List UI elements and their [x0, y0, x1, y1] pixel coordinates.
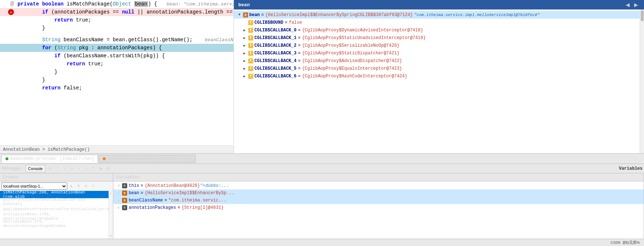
- frames-up-button[interactable]: ▲: [68, 183, 75, 189]
- toolbar-icon-stepinto[interactable]: ↳: [83, 165, 90, 172]
- toolbar-icon-stepover[interactable]: ↷: [76, 165, 83, 172]
- toolbar-left: Debugger Console: [1, 165, 45, 172]
- toolbar-icon-settings[interactable]: ⚙: [105, 165, 112, 172]
- var-annotationpackages[interactable]: ▶ c annotationPackages = {String[1]@4831…: [113, 204, 644, 211]
- frame-item-3[interactable]: initializeBean:1706, AbstractAutowireCap…: [0, 213, 109, 220]
- frame-item-2[interactable]: applyBeanPostProcessorsAfterInitializati…: [0, 205, 109, 213]
- variables-panel-title: Variables: [116, 175, 140, 180]
- var-tree: ▼ p bean = {HelloServiceImpl$$EnhancerBy…: [234, 9, 640, 153]
- code-content-1: private boolean isMatchPackage(Object be…: [16, 1, 234, 7]
- frames-down-button[interactable]: ▼: [75, 183, 82, 189]
- tree-val-cglibbound: false: [289, 20, 302, 25]
- frames-scroll-down[interactable]: ▼: [110, 234, 112, 238]
- tree-val-callback4: {CglibAopProxy$AdvisedDispatcher@7422}: [302, 58, 402, 64]
- tree-item-callback-2[interactable]: ▶ f CGLIB$CALLBACK_2 = {CglibAopProxy$Se…: [234, 42, 640, 49]
- tree-val-callback6: {CglibAopProxy$HashCodeInterceptor@7424}: [302, 74, 407, 79]
- var-expand-this[interactable]: ▼: [116, 183, 121, 188]
- code-content-11: return false;: [16, 85, 234, 91]
- at-icon: @: [10, 1, 14, 7]
- status-bar: CSDN @知见辉N: [0, 239, 644, 246]
- right-scrollbar[interactable]: [640, 9, 644, 153]
- tree-item-callback-5[interactable]: ▶ f CGLIB$CALLBACK_5 = {CglibAopProxy$Eq…: [234, 65, 640, 72]
- var-header-title: bean: [238, 2, 250, 8]
- tree-name-callback3: CGLIB$CALLBACK_3: [254, 51, 296, 56]
- tab-label-provider: dubbodemo-provider [tomcat7:run]: [10, 156, 94, 161]
- toolbar-icon-stepout[interactable]: ↰: [91, 165, 97, 172]
- tree-val-callback1: {CglibAopProxy$StaticUnadvisedIntercepto…: [302, 35, 425, 41]
- variables-label: Variables: [619, 166, 643, 171]
- frame-item-4[interactable]: doCreateBean:579, AbstractAutowireCapabl…: [0, 220, 109, 227]
- var-header: bean ◀ ▶: [234, 0, 644, 9]
- code-content-8: return true;: [16, 61, 234, 67]
- tab-provider[interactable]: dubbodemo-provider [tomcat7:run]: [1, 155, 98, 163]
- tab-dot-orange: [103, 157, 106, 160]
- tree-item-callback-3[interactable]: ▶ f CGLIB$CALLBACK_3 = {CglibAopProxy$St…: [234, 49, 640, 57]
- tree-expand-bean[interactable]: ▼: [237, 13, 242, 17]
- debugger-label: Debugger: [1, 166, 23, 171]
- toolbar-icon-stop[interactable]: ✕: [69, 165, 75, 172]
- frames-add-button[interactable]: +: [90, 183, 96, 189]
- frames-content: isMatchPackage:296, AnnotationBean (com.…: [0, 191, 113, 239]
- frames-filter-button[interactable]: ⚙: [83, 183, 89, 189]
- toolbar-icons: ≡ ↑ ↓ ✕ ↷ ↳ ↰ ▶ ⚙: [47, 165, 112, 172]
- bean-param: bean: [134, 1, 148, 7]
- scroll-thumb[interactable]: [641, 10, 644, 21]
- frames-scroll-up[interactable]: ▲: [110, 192, 112, 195]
- toolbar-icon-up1[interactable]: ↑: [54, 165, 61, 172]
- nav-forward-button[interactable]: ▶: [633, 2, 640, 8]
- toolbar-icon-resume[interactable]: ▶: [98, 165, 105, 172]
- tree-icon-f6: f: [248, 74, 253, 79]
- tree-icon-f1: f: [248, 35, 253, 41]
- var-this[interactable]: ▼ c this = {AnnotationBean@4828} "<dubbo…: [113, 182, 644, 189]
- frame-item-1[interactable]: postProcessAfterInitialization:120, Anno…: [0, 198, 109, 205]
- frames-list: isMatchPackage:296, AnnotationBean (com.…: [0, 191, 109, 239]
- code-line-1: @ private boolean isMatchPackage(Object …: [0, 0, 234, 8]
- var-beanclassname[interactable]: ▶ p beanClassName = "com.itheima.servic.…: [113, 197, 644, 204]
- nav-back-button[interactable]: ◀: [624, 2, 631, 8]
- tree-icon-f5: f: [248, 66, 253, 71]
- session-tabs: dubbodemo-provider [tomcat7:run] dubbode…: [0, 153, 644, 164]
- tree-item-callback-4[interactable]: ▶ f CGLIB$CALLBACK_4 = {CglibAopProxy$Ad…: [234, 57, 640, 65]
- console-button[interactable]: Console: [26, 165, 45, 172]
- tree-val-callback0: {CglibAopProxy$DynamicAdvisedInterceptor…: [302, 28, 423, 33]
- frames-scrollbar[interactable]: ▲ ▼: [109, 191, 113, 239]
- error-icon: ✕: [8, 9, 14, 15]
- var-bean[interactable]: ▶ p bean = {HelloServiceImpl$$EnhancerBy…: [113, 189, 644, 197]
- tree-type-bean: "com.itheima.service.impl.HelloServiceIm…: [414, 13, 539, 17]
- tree-name-cglibbound: CGLIB$BOUND: [254, 20, 283, 25]
- tab-dot-green: [5, 157, 8, 160]
- inline-hint-5: beanClassName: "com.itheima.service.impl…: [196, 37, 234, 43]
- code-content-4: }: [16, 25, 234, 31]
- tree-name-callback2: CGLIB$CALLBACK_2: [254, 43, 296, 48]
- var-icon-c2: c: [122, 205, 127, 210]
- toolbar-icon-down1[interactable]: ↓: [61, 165, 68, 172]
- code-content-7: if (beanClassName.startsWith(pkg)) {: [16, 53, 234, 59]
- tree-name-bean: bean: [249, 12, 260, 18]
- tree-item-callback-6[interactable]: ▶ f CGLIB$CALLBACK_6 = {CglibAopProxy$Ha…: [234, 72, 640, 80]
- tree-item-bean[interactable]: ▼ p bean = {HelloServiceImpl$$EnhancerBy…: [234, 11, 640, 19]
- var-expand-annpkg[interactable]: ▶: [116, 205, 121, 210]
- code-line-5: String beanClassName = bean.getClass().g…: [0, 36, 234, 44]
- tree-item-callback-1[interactable]: ▶ f CGLIB$CALLBACK_1 = {CglibAopProxy$St…: [234, 34, 640, 42]
- frame-item-0[interactable]: isMatchPackage:296, AnnotationBean (com.…: [0, 191, 109, 198]
- tree-icon-f: f: [248, 20, 253, 25]
- tree-val-callback5: {CglibAopProxy$EqualsInterceptor@7423}: [302, 66, 402, 71]
- variables-list: ▼ c this = {AnnotationBean@4828} "<dubbo…: [113, 181, 644, 239]
- var-nav[interactable]: ◀ ▶: [624, 2, 640, 8]
- tab-label-consumer: dubbodemo-consumer [tomcat7:run]: [107, 156, 191, 161]
- status-text: CSDN @知见辉N: [611, 240, 640, 245]
- tree-item-callback-0[interactable]: ▶ f CGLIB$CALLBACK_0 = {CglibAopProxy$Dy…: [234, 26, 640, 34]
- tree-name-callback5: CGLIB$CALLBACK_5: [254, 66, 296, 71]
- var-expand-bean[interactable]: ▶: [116, 191, 121, 196]
- tab-consumer[interactable]: dubbodemo-consumer [tomcat7:run]: [99, 155, 195, 163]
- var-expand-beanclassname[interactable]: ▶: [116, 198, 121, 203]
- bottom-panels: Frames localhost-startStop-1... ▲ ▼ ⚙ + …: [0, 173, 644, 239]
- frames-dropdown[interactable]: localhost-startStop-1...: [1, 182, 67, 190]
- var-val-bean: {HelloServiceImpl$$EnhancerBySp...: [145, 191, 234, 196]
- code-line-11: return false;: [0, 84, 234, 92]
- debug-toolbar: Debugger Console ≡ ↑ ↓ ✕ ↷ ↳ ↰ ▶ ⚙ Varia…: [0, 164, 644, 173]
- tree-item-cglib-bound[interactable]: f CGLIB$BOUND = false: [234, 19, 640, 26]
- tree-name-callback1: CGLIB$CALLBACK_1: [254, 35, 296, 41]
- toolbar-icon-menu[interactable]: ≡: [47, 165, 53, 172]
- code-content-5: String beanClassName = bean.getClass().g…: [16, 37, 234, 43]
